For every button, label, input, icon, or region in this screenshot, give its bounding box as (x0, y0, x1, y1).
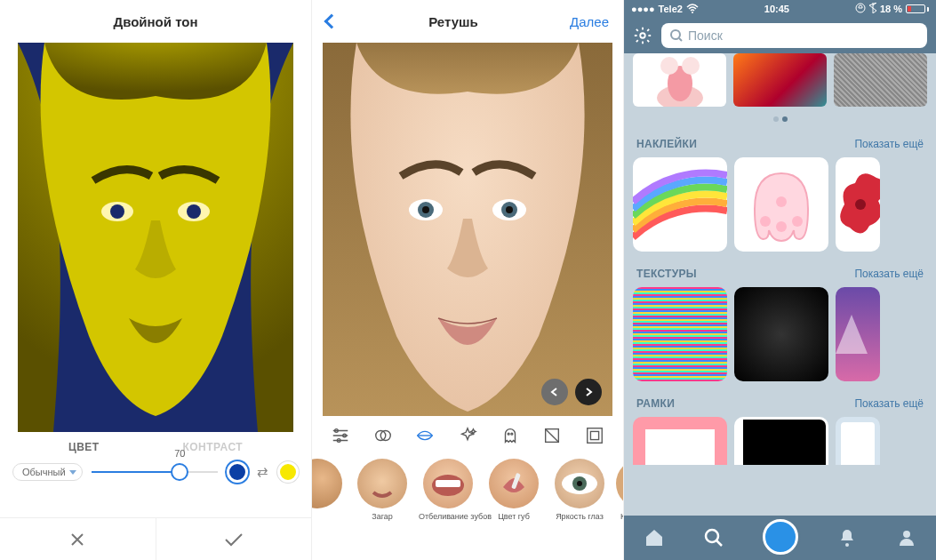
frame-card[interactable] (836, 417, 880, 465)
tab-contrast[interactable]: КОНТРАСТ (182, 441, 243, 453)
secondary-color-swatch[interactable] (277, 461, 299, 483)
svg-point-4 (187, 204, 201, 219)
panel1-header: Двойной тон (0, 0, 311, 43)
preset-next[interactable]: Кр (616, 459, 623, 521)
tab-create[interactable] (763, 519, 798, 555)
adjust-tabs: ЦВЕТ КОНТРАСТ (0, 432, 311, 453)
preset-label: Загар (353, 512, 412, 521)
back-button[interactable] (326, 16, 337, 27)
carrier-label: Tele2 (659, 4, 683, 14)
sticker-card[interactable] (633, 157, 727, 252)
frame-icon[interactable] (584, 425, 605, 446)
banner-card[interactable] (834, 53, 927, 107)
svg-rect-23 (436, 480, 460, 487)
preset-label: Цвет губ (484, 512, 543, 521)
cancel-button[interactable] (0, 518, 156, 560)
tab-home[interactable] (644, 527, 665, 548)
assets-panel: ●●●● Tele2 10:45 18 % Поиск (624, 0, 936, 560)
primary-color-swatch[interactable] (227, 461, 248, 483)
svg-point-43 (903, 531, 910, 538)
edited-photo[interactable] (18, 43, 293, 432)
panel2-header: Ретушь Далее (312, 0, 623, 43)
tab-profile[interactable] (896, 527, 917, 548)
top-banner-row[interactable] (624, 53, 936, 114)
search-input[interactable]: Поиск (661, 23, 927, 48)
frames-header: РАМКИ Показать ещё (624, 388, 936, 417)
status-bar: ●●●● Tele2 10:45 18 % (624, 0, 936, 18)
banner-card[interactable] (733, 53, 827, 107)
svg-point-37 (776, 221, 787, 232)
svg-point-34 (660, 57, 678, 75)
confirm-bar (0, 517, 311, 560)
chevron-down-icon (69, 470, 76, 475)
texture-card[interactable] (633, 287, 727, 381)
sharpen-icon[interactable] (541, 425, 563, 446)
blend-mode-select[interactable]: Обычный (12, 463, 83, 481)
intensity-slider[interactable]: 70 (92, 459, 218, 485)
frame-card[interactable] (633, 417, 727, 465)
svg-point-11 (506, 206, 513, 213)
adjustments-icon[interactable] (330, 425, 351, 446)
overlap-icon[interactable] (372, 425, 394, 446)
apply-button[interactable] (156, 518, 312, 560)
prev-photo-button[interactable] (541, 379, 568, 405)
sparkle-icon[interactable] (457, 425, 478, 446)
arrow-left-icon (549, 387, 560, 397)
svg-point-38 (792, 216, 803, 227)
clock: 10:45 (764, 4, 789, 14)
stickers-header: НАКЛЕЙКИ Показать ещё (624, 129, 936, 157)
sticker-card[interactable] (734, 157, 828, 252)
frames-row[interactable] (624, 417, 936, 465)
blend-mode-label: Обычный (22, 467, 66, 477)
preset-whiten-teeth[interactable]: Отбеливание зубов (419, 459, 477, 521)
svg-point-41 (706, 530, 718, 542)
tab-activity[interactable] (836, 527, 858, 548)
preset-prev[interactable] (319, 459, 346, 521)
svg-point-31 (671, 30, 680, 39)
textures-row[interactable] (624, 287, 936, 388)
settings-button[interactable] (633, 26, 652, 45)
texture-card[interactable] (734, 287, 828, 381)
person-icon (896, 527, 917, 548)
retouch-presets[interactable]: Загар Отбеливание зубов Цвет губ Яркость… (312, 455, 623, 521)
preset-tan[interactable]: Загар (353, 459, 412, 521)
bottom-tabbar (624, 516, 936, 560)
tab-color[interactable]: ЦВЕТ (68, 441, 100, 453)
svg-point-35 (682, 57, 700, 75)
wifi-icon (686, 4, 699, 15)
battery-percent: 18 % (880, 4, 902, 14)
check-icon (223, 531, 244, 548)
next-button[interactable]: Далее (570, 14, 609, 29)
svg-point-8 (422, 206, 429, 213)
lips-icon[interactable] (414, 425, 436, 446)
edited-photo[interactable] (323, 43, 612, 416)
show-all-frames[interactable]: Показать ещё (854, 397, 924, 410)
next-photo-button[interactable] (575, 379, 602, 405)
textures-header: ТЕКСТУРЫ Показать ещё (624, 259, 936, 287)
show-all-textures[interactable]: Показать ещё (854, 268, 924, 280)
content-scroll[interactable]: НАКЛЕЙКИ Показать ещё ТЕКСТУРЫ Показать … (624, 53, 936, 516)
texture-card[interactable] (836, 287, 880, 381)
swap-colors-icon[interactable]: ⇄ (257, 464, 268, 480)
ghost-icon[interactable] (500, 425, 521, 446)
frame-card[interactable] (734, 417, 828, 465)
stickers-row[interactable] (624, 157, 936, 259)
search-bar: Поиск (624, 18, 936, 53)
svg-point-30 (640, 33, 645, 38)
sticker-card[interactable] (836, 157, 880, 252)
battery-icon (906, 4, 929, 13)
page-title: Ретушь (428, 14, 478, 29)
carousel-dots (624, 114, 936, 129)
preset-lip-color[interactable]: Цвет губ (484, 459, 543, 521)
slider-value: 70 (174, 448, 185, 459)
section-title: РАМКИ (636, 397, 675, 410)
tab-search[interactable] (703, 527, 724, 548)
svg-rect-20 (588, 428, 603, 444)
gear-icon (633, 26, 652, 45)
show-all-stickers[interactable]: Показать ещё (854, 138, 924, 150)
banner-card[interactable] (633, 53, 726, 107)
preset-eye-brightness[interactable]: Яркость глаз (550, 459, 609, 521)
bluetooth-icon (869, 3, 876, 15)
signal-icon: ●●●● (631, 4, 655, 14)
section-title: НАКЛЕЙКИ (636, 138, 697, 150)
